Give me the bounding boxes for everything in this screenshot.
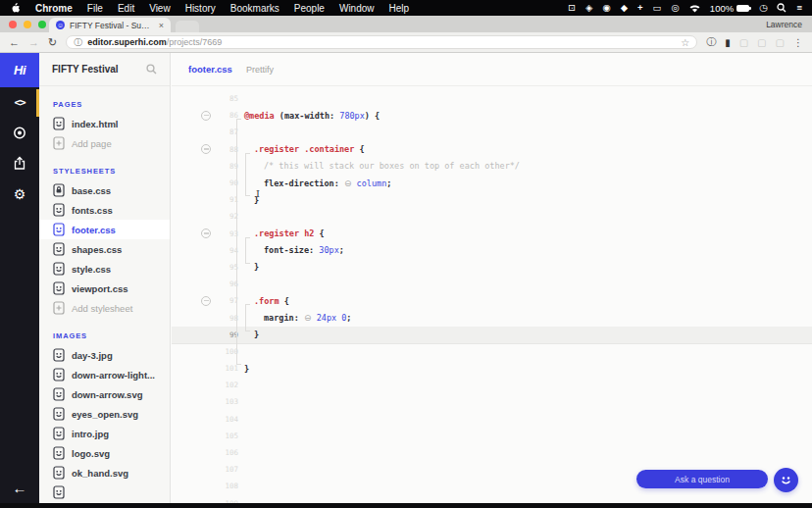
address-bar[interactable]: ⓘ editor.superhi.com/projects/7669 ☆ [66,35,697,49]
code-line-96[interactable]: 96 [172,276,812,292]
code-line-101[interactable]: 101} [172,360,812,377]
back-icon[interactable]: ← [9,36,20,48]
file-item-down-arrow.svg[interactable]: down-arrow.svg [39,384,170,404]
fold-toggle-icon[interactable] [201,111,211,121]
droplet-icon[interactable]: ◆ [621,0,628,16]
code-line-88[interactable]: 88.register .container { [172,141,812,158]
wifi-icon[interactable] [689,4,700,13]
extension-icon[interactable]: ▢ [776,37,785,48]
code-line-100[interactable]: 100 [172,343,812,360]
menu-chrome[interactable]: Chrome [35,3,73,14]
help-smiley-button[interactable] [774,468,798,492]
new-tab-button[interactable] [176,21,199,32]
file-item-shapes.css[interactable]: shapes.css [39,239,170,259]
file-item-style.css[interactable]: style.css [39,259,170,279]
code-line-93[interactable]: 93.register h2 { [172,226,812,242]
bookmark-star-icon[interactable]: ☆ [681,37,689,48]
superhi-logo[interactable]: Hi [0,53,39,87]
file-item-fonts.css[interactable]: fonts.css [39,200,170,220]
code-line-99[interactable]: 99} [172,327,812,343]
share-upload-button[interactable] [0,148,39,178]
rectangle-icon[interactable]: ▭ [653,0,662,16]
battery-icon [736,5,749,12]
gutter-fold-cell [201,296,217,306]
code-line-95[interactable]: 95} [172,259,812,276]
menu-bookmarks[interactable]: Bookmarks [230,3,279,14]
extension-info-icon[interactable]: ⓘ [706,35,716,49]
clock-icon[interactable]: ◷ [759,0,767,16]
code-line-92[interactable]: 92 [172,208,812,225]
ask-question-button[interactable]: Ask a question [636,470,768,488]
gutter-fold-cell [201,229,217,238]
menu-people[interactable]: People [294,3,325,14]
code-line-86[interactable]: 86@media (max-width: 780px) { [172,107,812,124]
add-file-button[interactable]: Add stylesheet [39,298,170,318]
code-line-102[interactable]: 102 [172,377,812,393]
plus-icon[interactable]: + [637,0,643,16]
circle-dot-icon[interactable]: ◉ [602,0,610,16]
file-item-logo.svg[interactable]: logo.svg [39,443,170,463]
code-line-97[interactable]: 97.form { [172,292,812,309]
code-view-button[interactable]: <> [0,87,39,118]
file-item-index.html[interactable]: index.html [39,114,170,133]
code-line-89[interactable]: 89/* this will stack our boxes on top of… [172,158,812,175]
editor-filename-tab[interactable]: footer.css [188,64,232,75]
menu-edit[interactable]: Edit [118,3,134,14]
reload-icon[interactable]: ↻ [48,36,57,49]
prettify-button[interactable]: Prettify [246,65,274,75]
zoom-window-button[interactable] [38,21,46,28]
code-line-104[interactable]: 104 [172,411,812,428]
dropbox-icon[interactable]: ◈ [585,0,592,16]
fold-toggle-icon[interactable] [201,229,211,238]
menu-list-icon[interactable]: ≡ [796,0,802,16]
file-item-down-arrow-light...[interactable]: down-arrow-light... [39,365,170,384]
close-window-button[interactable] [9,21,17,28]
chrome-menu-icon[interactable]: ⋮ [793,37,803,48]
forward-icon[interactable]: → [28,36,39,48]
menu-window[interactable]: Window [339,3,375,14]
code-line-90[interactable]: 90flex-direction: ⊖ column; [172,175,812,191]
menu-view[interactable]: View [149,3,171,14]
search-icon[interactable] [146,64,157,75]
fold-toggle-icon[interactable] [201,296,211,306]
extension-bar-icon[interactable]: ▮ [725,37,731,48]
file-item-viewport.css[interactable]: viewport.css [39,279,170,298]
fold-toggle-icon[interactable] [201,144,211,154]
file-item-ok_hand.svg[interactable]: ok_hand.svg [39,463,170,483]
menu-file[interactable]: File [87,3,103,14]
remove-value-icon[interactable]: ⊖ [304,313,312,323]
code-line-105[interactable]: 105 [172,428,812,444]
display-icon[interactable]: ⊡ [568,0,576,16]
extension-icon[interactable]: ▢ [757,37,766,48]
menu-history[interactable]: History [185,3,216,14]
code-area[interactable]: 8586@media (max-width: 780px) {8788.regi… [172,86,812,503]
file-item-eyes_open.svg[interactable]: eyes_open.svg [39,404,170,424]
site-info-icon[interactable]: ⓘ [74,36,82,49]
tab-close-icon[interactable]: × [159,21,164,30]
menu-help[interactable]: Help [389,3,410,14]
back-arrow-button[interactable]: ← [0,480,39,496]
code-line-87[interactable]: 87 [172,124,812,140]
apple-icon[interactable] [10,2,21,14]
file-item-clipped[interactable] [39,483,170,502]
line-number: 100 [217,347,238,356]
file-item-day-3.jpg[interactable]: day-3.jpg [39,345,170,365]
spotlight-icon[interactable] [777,3,787,13]
preview-eye-button[interactable] [0,118,39,148]
code-line-94[interactable]: 94font-size: 30px; [172,242,812,259]
add-file-button[interactable]: Add page [39,133,170,153]
browser-tab[interactable]: ☺ FIFTY Festival - SuperHi × [49,18,171,32]
circle-icon[interactable]: ◎ [672,0,680,16]
code-line-85[interactable]: 85 [172,90,812,107]
extension-icon[interactable]: ▢ [739,37,748,48]
file-item-footer.css[interactable]: footer.css [39,220,170,239]
minimize-window-button[interactable] [24,21,31,28]
code-line-109[interactable]: 109 [172,495,812,504]
file-item-base.css[interactable]: base.css [39,180,170,200]
code-line-98[interactable]: 98margin: ⊖ 24px 0; [172,309,812,326]
file-item-intro.jpg[interactable]: intro.jpg [39,424,170,443]
code-line-103[interactable]: 103 [172,393,812,410]
code-line-106[interactable]: 106 [172,444,812,461]
code-line-91[interactable]: 91} [172,191,812,208]
settings-gear-icon[interactable]: ⚙ [0,178,39,209]
